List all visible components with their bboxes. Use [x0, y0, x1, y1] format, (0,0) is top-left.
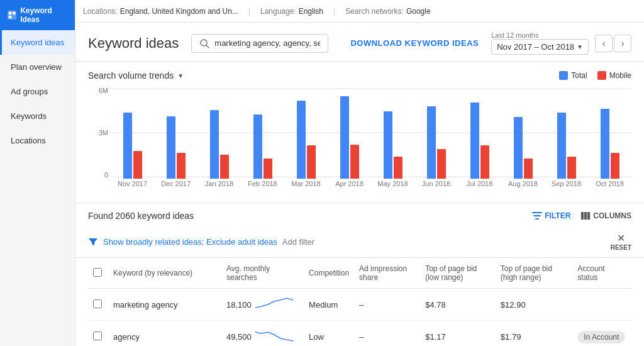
- chart-area: [111, 87, 631, 179]
- svg-rect-3: [9, 16, 11, 18]
- bar-mobile: [264, 159, 272, 179]
- sidebar-item-ad-groups[interactable]: Ad groups: [0, 79, 75, 104]
- sidebar-item-plan-overview[interactable]: Plan overview: [0, 55, 75, 79]
- legend-item-mobile: Mobile: [597, 71, 631, 80]
- search-bar[interactable]: [191, 34, 328, 53]
- competition-cell: Low: [304, 321, 354, 347]
- bar-mobile: [350, 145, 359, 179]
- chart-dropdown-arrow-icon[interactable]: ▼: [177, 72, 184, 79]
- sidebar: Keyword Ideas Keyword ideasPlan overview…: [0, 0, 75, 346]
- sidebar-logo-label: Keyword Ideas: [20, 6, 67, 24]
- bar-total: [384, 111, 392, 179]
- bar-group: [588, 87, 631, 179]
- svg-line-5: [206, 45, 209, 48]
- col-header-top_low: Top of page bid (low range): [420, 258, 496, 289]
- bar-mobile: [567, 157, 576, 179]
- legend-dot: [559, 71, 568, 80]
- bar-group: [458, 87, 501, 179]
- sidebar-item-locations[interactable]: Locations: [0, 128, 75, 153]
- filter-icon: [532, 211, 542, 221]
- x-axis-label: May 2018: [371, 180, 414, 194]
- bar-total: [210, 110, 219, 179]
- x-axis-label: Mar 2018: [284, 180, 328, 194]
- bar-mobile: [394, 157, 402, 179]
- bar-total: [297, 101, 306, 179]
- select-all-checkbox[interactable]: [93, 268, 102, 277]
- topbar-language-label: Language:: [260, 7, 296, 16]
- bar-mobile: [611, 153, 619, 179]
- bar-group: [328, 87, 371, 179]
- x-axis-label: Dec 2017: [154, 180, 197, 194]
- sidebar-logo[interactable]: Keyword Ideas: [0, 0, 75, 30]
- sidebar-items: Keyword ideasPlan overviewAd groupsKeywo…: [0, 30, 75, 153]
- row-checkbox[interactable]: [93, 299, 102, 308]
- prev-period-button[interactable]: ‹: [595, 35, 613, 52]
- avg-monthly-cell: 18,100: [221, 289, 304, 321]
- y-axis-label: 6M: [99, 87, 108, 94]
- top-bid-low-cell: $4.78: [420, 289, 496, 321]
- add-filter-button[interactable]: Add filter: [282, 237, 314, 247]
- filter-button[interactable]: FILTER: [532, 211, 570, 221]
- y-axis-label: 0: [104, 171, 108, 179]
- search-icon: [199, 38, 209, 48]
- ad-impression-cell: –: [354, 321, 420, 347]
- table-head: Keyword (by relevance)Avg. monthly searc…: [88, 258, 631, 289]
- download-keyword-ideas-button[interactable]: DOWNLOAD KEYWORD IDEAS: [350, 38, 479, 48]
- x-axis: Nov 2017Dec 2017Jan 2018Feb 2018Mar 2018…: [111, 180, 631, 194]
- bar-total: [123, 113, 132, 179]
- main-content: Keyword ideas DOWNLOAD KEYWORD IDEAS Las…: [75, 23, 644, 346]
- svg-rect-10: [584, 212, 587, 220]
- bar-total: [427, 106, 436, 179]
- date-range-period: Last 12 months Nov 2017 – Oct 2018 ▼: [491, 31, 589, 55]
- chart-section: Search volume trends ▼ TotalMobile 6M3M0…: [75, 62, 644, 203]
- columns-button[interactable]: COLUMNS: [580, 211, 631, 221]
- bar-group: [111, 87, 154, 179]
- top-bid-high-cell: $1.79: [496, 321, 572, 347]
- results-buttons: FILTER COLUMNS: [532, 211, 631, 221]
- topbar-network-label: Search networks:: [345, 7, 404, 16]
- row-checkbox[interactable]: [93, 332, 102, 340]
- filter-tag[interactable]: Show broadly related ideas; Exclude adul…: [103, 237, 277, 247]
- date-range-area: Last 12 months Nov 2017 – Oct 2018 ▼ ‹ ›: [491, 31, 631, 55]
- nav-arrows: ‹ ›: [595, 35, 631, 52]
- avg-monthly-cell: 49,500: [221, 321, 304, 347]
- bar-total: [470, 103, 479, 179]
- bar-mobile: [437, 149, 446, 179]
- bar-group: [414, 87, 458, 179]
- date-range-select[interactable]: Nov 2017 – Oct 2018 ▼: [491, 39, 589, 55]
- results-count: Found 2060 keyword ideas: [88, 211, 525, 221]
- bar-group: [371, 87, 414, 179]
- x-axis-label: Aug 2018: [501, 180, 545, 194]
- bar-total: [557, 113, 566, 179]
- bars-wrapper: [111, 87, 631, 179]
- legend-item-total: Total: [559, 71, 587, 80]
- topbar-network: Search networks: Google: [345, 7, 430, 16]
- sidebar-item-keyword-ideas[interactable]: Keyword ideas: [0, 30, 75, 55]
- y-axis: 6M3M0: [88, 87, 111, 179]
- table-wrap: Keyword (by relevance)Avg. monthly searc…: [75, 258, 644, 346]
- results-header: Found 2060 keyword ideas FILTER COLUMNS: [75, 203, 644, 228]
- bar-group: [501, 87, 545, 179]
- bar-mobile: [307, 145, 316, 179]
- keywords-table: Keyword (by relevance)Avg. monthly searc…: [88, 258, 631, 346]
- bar-total: [167, 116, 175, 179]
- bar-mobile: [524, 159, 533, 179]
- account-status-cell: In Account: [572, 321, 631, 347]
- bar-group: [545, 87, 588, 179]
- bar-total: [601, 109, 609, 179]
- next-period-button[interactable]: ›: [614, 35, 631, 52]
- sidebar-item-keywords[interactable]: Keywords: [0, 104, 75, 128]
- sparkline-chart: [255, 327, 293, 346]
- filter-funnel-icon: [88, 237, 98, 247]
- x-axis-label: Nov 2017: [111, 180, 154, 194]
- col-header-account_status: Account status: [572, 258, 631, 289]
- x-axis-label: Apr 2018: [328, 180, 371, 194]
- bar-total: [340, 96, 349, 179]
- col-header-competition: Competition: [304, 258, 354, 289]
- reset-button[interactable]: ✕ RESET: [611, 232, 631, 251]
- search-input[interactable]: [214, 38, 320, 48]
- topbar-language-value: English: [299, 7, 323, 16]
- columns-icon: [580, 211, 591, 221]
- top-bid-low-cell: $1.17: [420, 321, 496, 347]
- x-axis-label: Jun 2018: [414, 180, 458, 194]
